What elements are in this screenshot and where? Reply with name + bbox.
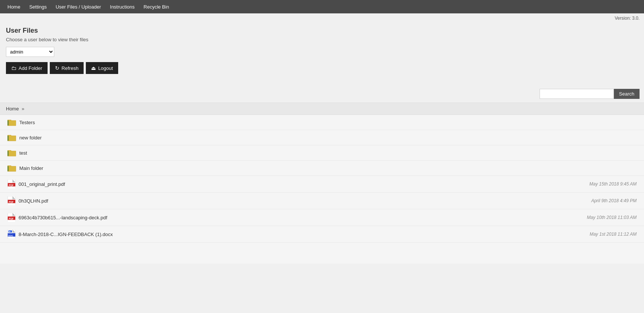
file-name: 001_original_print.pdf xyxy=(19,181,65,187)
page-title: User Files xyxy=(6,27,638,35)
svg-rect-19 xyxy=(7,166,9,171)
nav-recycle-bin[interactable]: Recycle Bin xyxy=(139,1,174,13)
version-value: 3.0. xyxy=(632,16,640,21)
folder-name: test xyxy=(19,150,27,156)
main-content: User Files Choose a user below to view t… xyxy=(0,23,644,85)
svg-text:W: W xyxy=(9,230,11,233)
folder-item[interactable]: Testers xyxy=(0,115,644,130)
folder-add-icon: 🗀 xyxy=(11,65,16,71)
file-name: 8-March-2018-C...IGN-FEEDBACK (1).docx xyxy=(19,232,113,237)
folder-item[interactable]: new folder xyxy=(0,130,644,145)
svg-rect-32 xyxy=(8,196,13,200)
search-button[interactable]: Search xyxy=(614,89,640,99)
files-container: PDF 001_original_print.pdf May 15th 2018… xyxy=(0,176,644,243)
folder-left: new folder xyxy=(7,134,42,141)
folder-item[interactable]: test xyxy=(0,145,644,161)
folder-name: new folder xyxy=(19,135,42,141)
file-date: May 10th 2018 11:03 AM xyxy=(587,215,637,220)
file-left: PDF 001_original_print.pdf xyxy=(7,180,65,188)
logout-button[interactable]: ⏏ Logout xyxy=(86,62,118,74)
svg-rect-39 xyxy=(8,213,13,216)
main-nav: Home Settings User Files / Uploader Inst… xyxy=(0,0,644,13)
svg-rect-9 xyxy=(7,136,9,141)
folder-icon xyxy=(7,119,16,126)
nav-home[interactable]: Home xyxy=(3,1,25,13)
file-item[interactable]: PDF 001_original_print.pdf May 15th 2018… xyxy=(0,176,644,193)
logout-icon: ⏏ xyxy=(91,65,96,71)
version-bar: Version: 3.0. xyxy=(0,13,644,23)
pdf-icon: PDF xyxy=(7,213,16,222)
search-bar: Search xyxy=(0,85,644,103)
svg-rect-25 xyxy=(8,180,13,183)
breadcrumb: Home » xyxy=(0,103,644,115)
file-name: 0h3QLHN.pdf xyxy=(19,198,48,204)
pdf-icon: PDF xyxy=(7,196,16,205)
nav-instructions[interactable]: Instructions xyxy=(106,1,139,13)
nav-user-files[interactable]: User Files / Uploader xyxy=(51,1,106,13)
file-name: 6963c4b730b615...-landscaping-deck.pdf xyxy=(19,215,107,220)
file-date: April 9th 2018 4:49 PM xyxy=(591,198,637,203)
folder-name: Main folder xyxy=(19,165,43,171)
folder-left: Testers xyxy=(7,119,35,126)
refresh-button[interactable]: ↻ Refresh xyxy=(50,62,84,74)
svg-text:PDF: PDF xyxy=(9,217,14,220)
folder-left: Main folder xyxy=(7,164,43,172)
file-left: PDF 0h3QLHN.pdf xyxy=(7,196,48,205)
nav-settings[interactable]: Settings xyxy=(25,1,51,13)
folder-icon xyxy=(7,164,16,172)
add-folder-button[interactable]: 🗀 Add Folder xyxy=(6,62,48,74)
file-item[interactable]: PDF 6963c4b730b615...-landscaping-deck.p… xyxy=(0,209,644,226)
search-input[interactable] xyxy=(540,89,614,99)
svg-rect-14 xyxy=(7,151,9,156)
button-bar: 🗀 Add Folder ↻ Refresh ⏏ Logout xyxy=(6,62,638,74)
folder-name: Testers xyxy=(19,120,35,125)
folder-icon xyxy=(7,149,16,156)
file-list: Testers new folder test xyxy=(0,115,644,264)
file-item[interactable]: DOC W 8-March-2018-C...IGN-FEEDBACK (1).… xyxy=(0,226,644,243)
file-date: May 15th 2018 9:45 AM xyxy=(589,181,637,187)
folder-item[interactable]: Main folder xyxy=(0,161,644,176)
docx-icon: DOC W xyxy=(7,230,16,239)
breadcrumb-separator: » xyxy=(22,106,24,112)
folder-left: test xyxy=(7,149,27,156)
file-left: DOC W 8-March-2018-C...IGN-FEEDBACK (1).… xyxy=(7,230,113,239)
folder-icon xyxy=(7,134,16,141)
svg-text:PDF: PDF xyxy=(9,184,14,187)
user-select[interactable]: admin xyxy=(6,47,54,57)
svg-text:PDF: PDF xyxy=(9,201,14,203)
file-date: May 1st 2018 11:12 AM xyxy=(590,232,637,237)
version-label: Version: xyxy=(615,16,631,21)
page-subtitle: Choose a user below to view their files xyxy=(6,37,638,42)
breadcrumb-home[interactable]: Home xyxy=(6,106,19,112)
svg-text:DOC: DOC xyxy=(8,235,13,237)
file-left: PDF 6963c4b730b615...-landscaping-deck.p… xyxy=(7,213,107,222)
file-item[interactable]: PDF 0h3QLHN.pdf April 9th 2018 4:49 PM xyxy=(0,193,644,209)
pdf-icon: PDF xyxy=(7,180,16,188)
refresh-icon: ↻ xyxy=(55,65,59,71)
folders-container: Testers new folder test xyxy=(0,115,644,176)
svg-rect-4 xyxy=(7,120,9,126)
